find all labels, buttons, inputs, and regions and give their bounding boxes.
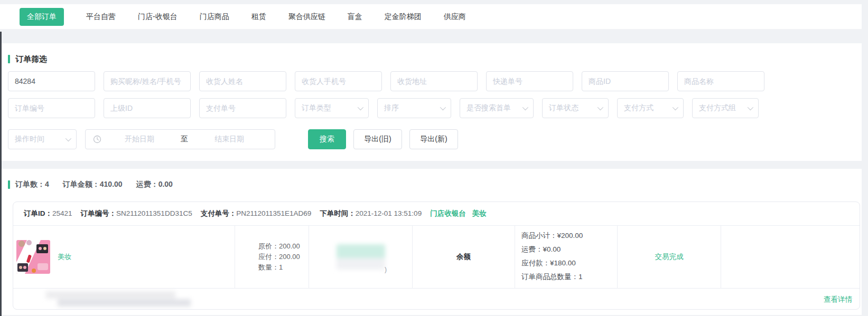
order-sn-meta-value: SN2112011351DD31C5 (116, 209, 192, 217)
order-type-select[interactable]: 订单类型 (295, 98, 369, 118)
freight-line: 运费：¥0.00 (521, 243, 617, 256)
customer-cell: ) (309, 226, 412, 288)
action-cell (721, 226, 860, 288)
receiver-name-input[interactable] (199, 71, 286, 91)
makeup-product-image (16, 240, 50, 274)
search-button[interactable]: 搜索 (308, 129, 346, 149)
sort-select-label: 排序 (384, 103, 399, 113)
order-time-meta-value: 2021-12-01 13:51:09 (356, 209, 422, 217)
order-count-value: 4 (45, 180, 49, 188)
amount-due-line: 应付款：¥180.00 (521, 256, 617, 270)
pay-sn-meta: 支付单号：PN2112011351E1AD69 (201, 209, 312, 218)
product-image (16, 240, 50, 274)
order-filter-panel: 订单筛选 订单类型 排序 是否搜索首单 订单状态 支付方 (0, 43, 862, 161)
chevron-down-icon (748, 104, 753, 110)
tab-rental[interactable]: 租赁 (251, 12, 266, 22)
buyer-nickname-input[interactable] (104, 71, 191, 91)
order-status-text: 交易完成 (655, 252, 684, 262)
quantity-line: 数量：1 (258, 262, 309, 273)
product-id-input[interactable] (582, 71, 669, 91)
filter-title-text: 订单筛选 (15, 54, 47, 64)
order-id-meta-value: 25421 (52, 209, 72, 217)
payable-price-line: 应付：200.00 (258, 252, 309, 262)
receiver-address-input[interactable] (390, 71, 478, 91)
payment-method-value: 余额 (456, 252, 471, 262)
footer-info-redacted (34, 291, 191, 307)
order-summary-bar: 订单数：4 订单金额：410.00 运费：0.00 (8, 179, 854, 190)
tab-aggregated-supply[interactable]: 聚合供应链 (288, 12, 325, 22)
order-type-select-label: 订单类型 (302, 103, 331, 113)
order-category-tag: 美妆 (472, 209, 487, 218)
order-amount-label: 订单金额： (63, 180, 100, 188)
product-cell: 美妆 (13, 226, 235, 288)
customer-masked-suffix: ) (385, 266, 387, 273)
export-old-button[interactable]: 导出(旧) (353, 129, 402, 149)
order-type-tabbar: 全部订单 平台自营 门店-收银台 门店商品 租赁 聚合供应链 盲盒 定金阶梯团 … (0, 4, 862, 30)
sort-select[interactable]: 排序 (377, 98, 451, 118)
date-range-separator: 至 (178, 135, 191, 144)
tab-all-orders[interactable]: 全部订单 (20, 8, 64, 26)
product-name-link[interactable]: 美妆 (58, 252, 71, 262)
freight-value: 0.00 (158, 180, 173, 188)
view-detail-link[interactable]: 查看详情 (824, 295, 852, 304)
order-time-meta: 下单时间：2021-12-01 13:51:09 (320, 209, 422, 218)
chevron-down-icon (66, 136, 71, 141)
order-sn-input[interactable] (8, 98, 95, 118)
pay-sn-meta-label: 支付单号： (201, 209, 237, 217)
order-row: 美妆 原价：200.00 应付：200.00 数量：1 ) 余额 商品小计：¥2… (13, 226, 860, 288)
order-id-meta-label: 订单ID： (24, 209, 52, 217)
tab-blind-box[interactable]: 盲盒 (348, 12, 362, 22)
order-id-input[interactable] (8, 71, 95, 91)
order-card: 订单ID：25421 订单编号：SN2112011351DD31C5 支付单号：… (13, 202, 860, 310)
pay-method-group-select-label: 支付方式组 (699, 103, 736, 113)
order-status-select[interactable]: 订单状态 (542, 98, 609, 118)
tab-supplier[interactable]: 供应商 (444, 12, 466, 22)
end-date-placeholder[interactable]: 结束日期 (191, 135, 267, 144)
order-amount-value: 410.00 (100, 180, 123, 188)
start-date-placeholder[interactable]: 开始日期 (101, 135, 178, 144)
order-time-meta-label: 下单时间： (320, 209, 356, 217)
order-count-label: 订单数： (15, 180, 45, 188)
operate-time-select[interactable]: 操作时间 (8, 129, 77, 149)
tab-store-goods[interactable]: 门店商品 (200, 12, 229, 22)
product-name-input[interactable] (677, 71, 764, 91)
parent-id-input[interactable] (104, 98, 191, 118)
collapsed-sidebar-edge (0, 32, 2, 316)
filter-section-title: 订单筛选 (8, 54, 854, 64)
tab-store-cashier[interactable]: 门店-收银台 (138, 12, 178, 22)
order-list-panel: 订单数：4 订单金额：410.00 运费：0.00 订单ID：25421 订单编… (0, 169, 862, 315)
freight-label: 运费： (136, 180, 158, 188)
freight-stat: 运费：0.00 (136, 180, 173, 189)
order-count-stat: 订单数：4 (15, 180, 49, 189)
order-source-tag: 门店收银台 (430, 209, 466, 218)
receiver-phone-input[interactable] (295, 71, 382, 91)
price-cell: 原价：200.00 应付：200.00 数量：1 (235, 226, 309, 288)
order-id-meta: 订单ID：25421 (24, 209, 72, 218)
order-card-header: 订单ID：25421 订单编号：SN2112011351DD31C5 支付单号：… (13, 202, 860, 226)
pay-sn-input[interactable] (199, 98, 286, 118)
first-order-select[interactable]: 是否搜索首单 (460, 98, 534, 118)
pay-method-select-label: 支付方式 (624, 103, 654, 113)
order-amount-stat: 订单金额：410.00 (63, 180, 123, 189)
amounts-cell: 商品小计：¥200.00 运费：¥0.00 应付款：¥180.00 订单商品总数… (515, 226, 617, 288)
tab-deposit-ladder-group[interactable]: 定金阶梯团 (385, 12, 422, 22)
subtotal-line: 商品小计：¥200.00 (521, 229, 617, 243)
date-range-picker[interactable]: 开始日期 至 结束日期 (85, 129, 275, 149)
filter-row-2: 订单类型 排序 是否搜索首单 订单状态 支付方式 支付方式组 (8, 98, 854, 118)
order-status-select-label: 订单状态 (549, 103, 578, 113)
chevron-down-icon (440, 104, 446, 110)
order-status-cell: 交易完成 (617, 226, 721, 288)
tab-platform-self[interactable]: 平台自营 (86, 12, 116, 22)
export-new-button[interactable]: 导出(新) (409, 129, 458, 149)
filter-row-3: 操作时间 开始日期 至 结束日期 搜索 导出(旧) 导出(新) (8, 129, 854, 149)
chevron-down-icon (522, 104, 528, 110)
chevron-down-icon (598, 104, 603, 110)
accent-bar (8, 55, 10, 63)
chevron-down-icon (358, 104, 363, 110)
chevron-down-icon (673, 104, 678, 110)
total-quantity-line: 订单商品总数量：1 (521, 270, 617, 284)
pay-method-group-select[interactable]: 支付方式组 (692, 98, 759, 118)
accent-bar (8, 180, 10, 189)
pay-method-select[interactable]: 支付方式 (617, 98, 684, 118)
tracking-number-input[interactable] (486, 71, 573, 91)
